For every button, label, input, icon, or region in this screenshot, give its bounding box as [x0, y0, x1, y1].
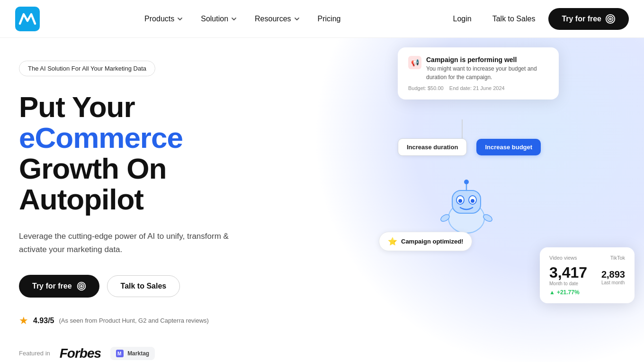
campaign-card-sub: You might want to increase your budget a… [426, 64, 548, 81]
login-button[interactable]: Login [446, 11, 479, 27]
marktag-badge: M Marktag [110, 347, 155, 360]
svg-point-3 [609, 18, 611, 20]
talk-to-sales-button[interactable]: Talk to Sales [485, 11, 543, 27]
nav-pricing-label: Pricing [318, 15, 341, 23]
svg-point-13 [458, 199, 462, 203]
rating-desc: (As seen from Product Hunt, G2 and Capte… [59, 317, 208, 324]
nav-resources-label: Resources [255, 15, 291, 23]
hero-heading: Put Your eCommerce Growth On Autopilot [19, 91, 284, 215]
marktag-label: Marktag [127, 350, 149, 357]
flow-actions: Increase duration Increase budget [398, 138, 541, 156]
featured-label: Featured in [19, 350, 50, 357]
svg-point-6 [80, 285, 82, 287]
hero-illustration: 📢 Campaign is performing well You might … [369, 38, 644, 332]
nav-pricing[interactable]: Pricing [311, 11, 348, 27]
campaign-icon: 📢 [408, 56, 421, 69]
tiktok-stats-card: Video views TikTok 3,417 Month to date 2… [540, 247, 635, 303]
flow-line-1 [462, 119, 463, 138]
nav-resources[interactable]: Resources [248, 11, 307, 27]
nav-right: Login Talk to Sales Try for free [446, 8, 629, 30]
nav-try-label: Try for free [562, 15, 601, 23]
nav-products[interactable]: Products [138, 11, 190, 27]
tiktok-last-stat: 2,893 [601, 269, 625, 280]
chevron-down-icon [293, 15, 301, 23]
chevron-down-icon [230, 15, 238, 23]
svg-point-14 [471, 199, 474, 203]
hero-heading-line2: Growth On Autopilot [19, 152, 166, 216]
featured-row: Featured in Forbes M Marktag [19, 346, 284, 361]
robot-illustration [436, 175, 497, 237]
campaign-card-meta: Budget: $50.00 End date: 21 June 2024 [408, 85, 548, 91]
campaign-card-header: 📢 Campaign is performing well You might … [408, 56, 548, 81]
target-icon [77, 281, 86, 291]
increase-duration-btn[interactable]: Increase duration [398, 138, 467, 156]
nav-solution-label: Solution [201, 15, 228, 23]
campaign-optimized-badge: ⭐ Campaign optimized! [379, 232, 472, 251]
target-icon [605, 14, 616, 24]
svg-text:M: M [117, 351, 121, 356]
hero-heading-accent: eCommerce [19, 121, 183, 154]
tiktok-compare-row: 3,417 Month to date 2,893 Last month [549, 264, 625, 286]
svg-point-5 [79, 284, 84, 289]
hero-section: The AI Solution For All Your Marketing D… [0, 0, 644, 362]
try-free-label: Try for free [32, 282, 72, 290]
campaign-date: End date: 21 June 2024 [449, 85, 505, 91]
hero-content: The AI Solution For All Your Marketing D… [0, 38, 303, 362]
tiktok-mtd-label: Month to date [549, 281, 587, 286]
campaign-card: 📢 Campaign is performing well You might … [398, 47, 559, 100]
svg-point-16 [464, 180, 469, 184]
rating-score: 4.93/5 [33, 317, 54, 325]
svg-point-2 [608, 16, 613, 21]
nav-products-label: Products [144, 15, 174, 23]
hero-subtext: Leverage the cutting-edge power of AI to… [19, 230, 256, 255]
tiktok-platform: TikTok [610, 255, 625, 261]
hero-heading-line1: Put Your [19, 90, 135, 123]
campaign-budget: Budget: $50.00 [408, 85, 444, 91]
star-icon: ★ [19, 315, 28, 327]
try-free-button[interactable]: Try for free [19, 275, 99, 298]
campaign-card-title: Campaign is performing well [426, 56, 548, 63]
nav-links: Products Solution Resources [138, 11, 347, 27]
nav-solution[interactable]: Solution [194, 11, 244, 27]
forbes-logo: Forbes [60, 346, 101, 361]
hero-cta-buttons: Try for free Talk to Sales [19, 275, 284, 298]
chevron-down-icon [176, 15, 184, 23]
talk-to-sales-hero-button[interactable]: Talk to Sales [107, 275, 180, 297]
talk-to-sales-label: Talk to Sales [121, 282, 167, 290]
optimized-label: Campaign optimized! [401, 238, 463, 245]
tiktok-main-stat: 3,417 [549, 264, 587, 281]
logo[interactable] [15, 7, 40, 31]
marktag-icon: M [116, 350, 124, 357]
hero-badge: The AI Solution For All Your Marketing D… [19, 61, 155, 76]
nav-try-free-button[interactable]: Try for free [548, 8, 629, 30]
navbar: Products Solution Resources [0, 0, 644, 38]
robot-svg [436, 175, 497, 237]
star-badge-icon: ⭐ [388, 237, 397, 246]
growth-arrow-icon: ▲ [549, 289, 555, 296]
growth-value: +21.77% [557, 289, 580, 296]
tiktok-last-label: Last month [601, 280, 625, 285]
tiktok-growth: ▲ +21.77% [549, 289, 625, 296]
rating-row: ★ 4.93/5 (As seen from Product Hunt, G2 … [19, 315, 284, 327]
increase-budget-btn[interactable]: Increase budget [476, 139, 541, 155]
tiktok-card-title: Video views [549, 255, 577, 261]
